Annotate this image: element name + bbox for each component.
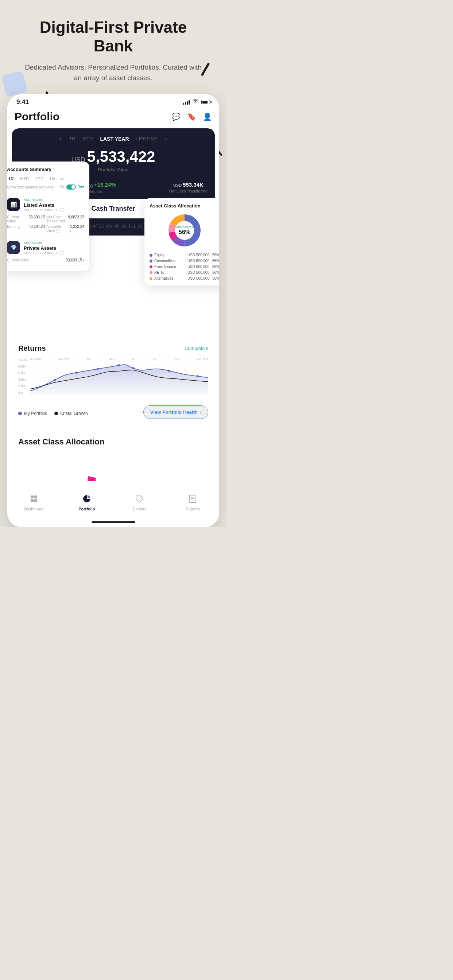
toggle-group: No Yes bbox=[59, 185, 84, 189]
period-tab-mtd[interactable]: MTD bbox=[83, 136, 93, 142]
accounts-summary-card: Accounts Summary 1D MTD YTD Lifetime Sho… bbox=[7, 162, 89, 271]
account-icon-private: 💎 bbox=[7, 241, 20, 254]
portfolio-icon bbox=[83, 495, 91, 505]
svg-rect-29 bbox=[191, 500, 193, 501]
returns-bottom: My Portfolio Kristal Growth View Portfol… bbox=[18, 406, 208, 419]
svg-point-18 bbox=[91, 460, 135, 481]
svg-point-15 bbox=[132, 367, 135, 369]
period-tab-td[interactable]: TD bbox=[69, 136, 75, 142]
detail-earnings: Earnings 43,234.24 bbox=[7, 224, 45, 233]
period-prev-arrow[interactable]: ‹ bbox=[59, 135, 62, 143]
svg-point-11 bbox=[54, 379, 56, 381]
reports-icon bbox=[188, 495, 197, 505]
period-next-arrow[interactable]: › bbox=[165, 135, 167, 143]
chart-y-labels: 10.0% 8.0% 6.0% 4.0% 2.0% 0% bbox=[18, 358, 29, 395]
account-listed-assets[interactable]: 📊 KSGP00238 Listed Assets USD | CLICK & … bbox=[7, 194, 84, 237]
svg-point-20 bbox=[91, 460, 135, 481]
commodities-dot bbox=[150, 259, 152, 262]
account-type: USD | CLICK & INVEST i bbox=[24, 208, 64, 212]
chevron-right-icon: › bbox=[200, 409, 201, 415]
legend-reits: REITs USD 500,000 56% bbox=[150, 270, 219, 275]
available-cash-info-icon: i bbox=[56, 229, 60, 233]
accounts-tab-1d[interactable]: 1D bbox=[7, 176, 15, 181]
net-cash-label: Net Cash Transferred bbox=[169, 189, 207, 193]
status-icons bbox=[183, 99, 210, 105]
portfolio-amount: 5,533,422 bbox=[87, 148, 155, 165]
period-tabs: ‹ TD MTD LAST YEAR LIFETIME › bbox=[12, 128, 215, 148]
legend-commodities: Commodities USD 500,000 56% bbox=[150, 259, 219, 263]
status-time: 9:41 bbox=[16, 99, 29, 106]
bookmark-icon[interactable]: 🔖 bbox=[187, 112, 196, 121]
allocation-legend: Equity USD 500,000 56% Commodities USD 5… bbox=[150, 253, 219, 280]
kristal-growth-label: Kristal Growth bbox=[60, 411, 88, 416]
donut-chart: Alternatives 56% bbox=[166, 212, 203, 249]
returns-section: Returns Cumulative 10.0% 8.0% 6.0% 4.0% … bbox=[12, 337, 215, 425]
account-code: KSGP00238 bbox=[24, 198, 64, 202]
nav-item-portfolio[interactable]: Portfolio bbox=[60, 495, 113, 511]
svg-point-19 bbox=[91, 460, 135, 481]
account-private-assets[interactable]: 💎 KSGP00238 Private Assets USD | CLICK &… bbox=[7, 237, 84, 266]
nav-label-reports: Reports bbox=[186, 507, 200, 511]
private-info-icon: i bbox=[60, 251, 64, 255]
nav-label-explore: Explore bbox=[133, 507, 146, 511]
allocation-title: Asset Class Allocation bbox=[150, 203, 219, 208]
legend-alternatives: Alternatives USD 500,000 56% bbox=[150, 276, 219, 280]
svg-rect-24 bbox=[34, 499, 37, 502]
svg-rect-21 bbox=[30, 495, 33, 498]
donut-label: Alternatives 56% bbox=[176, 225, 193, 235]
returns-label: Returns bbox=[88, 189, 116, 194]
svg-rect-27 bbox=[191, 497, 195, 498]
legend-kristal-growth: Kristal Growth bbox=[54, 411, 88, 416]
chat-icon[interactable]: 💬 bbox=[171, 112, 180, 121]
legend-equity: Equity USD 500,000 56% bbox=[150, 253, 219, 257]
accounts-tab-lifetime[interactable]: Lifetime bbox=[48, 176, 65, 181]
returns-title: Returns bbox=[18, 344, 46, 353]
accounts-tab-mtd[interactable]: MTD bbox=[19, 176, 30, 181]
detail-private-current: Current Value 53,693.15 › bbox=[7, 258, 84, 262]
profile-icon[interactable]: 👤 bbox=[203, 112, 212, 121]
show-zero-row: Show zero balance accounts: No Yes bbox=[7, 185, 84, 189]
equity-dot bbox=[150, 254, 152, 257]
account-info: KSGP00238 Listed Assets USD | CLICK & IN… bbox=[24, 198, 64, 212]
explore-icon bbox=[135, 495, 144, 505]
asset-allocation-card: Asset Class Allocation bbox=[144, 198, 219, 285]
detail-current-value: Current Value 53,693.15 bbox=[7, 215, 45, 223]
signal-icon bbox=[183, 100, 190, 105]
kristal-growth-dot bbox=[54, 412, 58, 415]
account-info-icon: i bbox=[60, 208, 64, 212]
accounts-tab-ytd[interactable]: YTD bbox=[34, 176, 45, 181]
returns-value: i +16.24% bbox=[88, 181, 116, 188]
fixed-income-dot bbox=[150, 266, 152, 268]
legend-fixed-income: Fixed Income USD 500,000 56% bbox=[150, 265, 219, 269]
account-name-private: Private Assets bbox=[24, 245, 64, 251]
status-bar: 9:41 bbox=[7, 94, 219, 109]
detail-available-cash: Available Cash i 1,232.34 › bbox=[46, 224, 84, 233]
nav-item-dashboard[interactable]: Dashboard bbox=[7, 495, 60, 511]
toggle-yes: Yes bbox=[78, 185, 84, 189]
view-portfolio-health-button[interactable]: View Portfolio Health › bbox=[144, 406, 208, 419]
stat-returns: i +16.24% Returns bbox=[88, 181, 116, 194]
dashboard-icon bbox=[30, 495, 38, 505]
home-indicator bbox=[7, 519, 219, 527]
account-name: Listed Assets bbox=[24, 202, 64, 208]
nav-item-reports[interactable]: Reports bbox=[166, 495, 219, 511]
toggle-no: No bbox=[59, 185, 64, 189]
account-icon-listed: 📊 bbox=[7, 198, 20, 211]
toggle-switch[interactable] bbox=[66, 185, 76, 189]
legend-my-portfolio: My Portfolio bbox=[18, 411, 47, 416]
my-portfolio-label: My Portfolio bbox=[24, 411, 47, 416]
accounts-period-tabs: 1D MTD YTD Lifetime bbox=[7, 176, 84, 181]
svg-rect-23 bbox=[30, 499, 33, 502]
period-tab-lastyear[interactable]: LAST YEAR bbox=[100, 136, 129, 142]
detail-net-cash: Net Cash Transferred 9,6823.23 bbox=[46, 215, 84, 223]
nav-item-explore[interactable]: Explore bbox=[113, 495, 166, 511]
account-details-listed: Current Value 53,693.15 Net Cash Transfe… bbox=[7, 215, 84, 233]
returns-header: Returns Cumulative bbox=[18, 344, 208, 353]
account-header: 📊 KSGP00238 Listed Assets USD | CLICK & … bbox=[7, 198, 84, 212]
svg-rect-22 bbox=[34, 495, 37, 498]
page-title: Portfolio bbox=[14, 110, 59, 123]
phone-content: 9:41 bbox=[7, 94, 219, 527]
svg-point-25 bbox=[137, 496, 139, 497]
donut-center-pct: 56% bbox=[176, 229, 193, 235]
period-tab-lifetime[interactable]: LIFETIME bbox=[136, 136, 158, 142]
